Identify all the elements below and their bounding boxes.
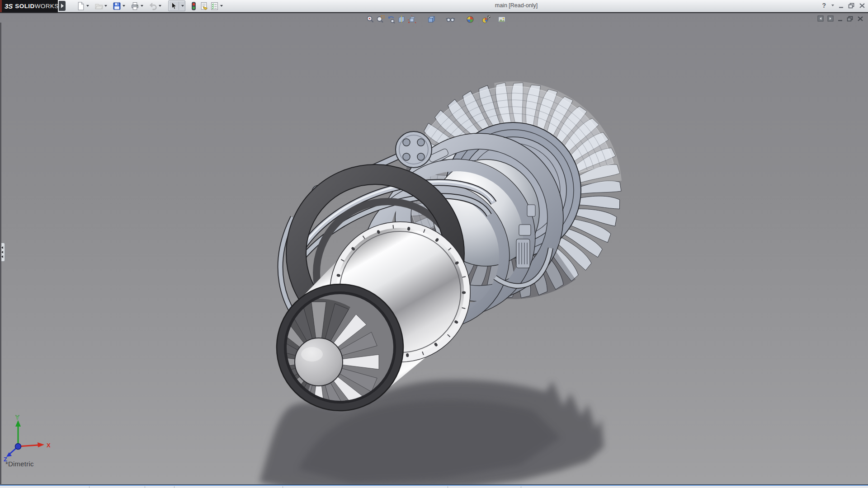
reference-triad: Y X Z xyxy=(3,414,57,461)
select-cursor-icon xyxy=(170,2,178,10)
left-arrow-icon xyxy=(1,251,3,253)
brand-bold: SOLID xyxy=(15,3,34,9)
status-strip-separator xyxy=(174,486,175,488)
document-close-button[interactable] xyxy=(857,16,863,22)
view-settings-icon xyxy=(497,15,506,24)
rebuild-traffic-light-icon xyxy=(189,2,198,10)
center-cap xyxy=(295,338,343,386)
previous-window-button[interactable] xyxy=(817,15,824,22)
window-left-border xyxy=(0,23,1,485)
save-icon xyxy=(113,2,121,10)
dropdown-caret[interactable] xyxy=(181,5,184,7)
document-restore-button[interactable] xyxy=(847,16,854,22)
save-button[interactable] xyxy=(112,1,126,11)
status-strip-separator xyxy=(283,486,283,488)
view-orientation-icon xyxy=(407,15,416,24)
triad-x-label: X xyxy=(47,442,51,449)
section-view-button[interactable] xyxy=(396,14,406,24)
document-minimize-button[interactable] xyxy=(837,16,843,22)
hide-show-items-button[interactable] xyxy=(446,14,455,24)
apply-scene-icon xyxy=(481,15,491,24)
new-document-button[interactable] xyxy=(76,1,90,11)
left-arrow-icon xyxy=(1,255,3,258)
view-settings-button[interactable] xyxy=(497,14,506,24)
dropdown-caret[interactable] xyxy=(220,5,223,7)
options-button[interactable] xyxy=(210,1,223,11)
document-window-controls xyxy=(817,15,863,22)
menu-flyout-button[interactable] xyxy=(59,1,66,11)
restore-button[interactable] xyxy=(848,3,855,9)
brand-light: WORKS xyxy=(35,3,59,9)
view-orientation-label: *Dimetric xyxy=(5,460,34,468)
minimize-button[interactable] xyxy=(838,3,844,9)
options-icon xyxy=(210,2,219,10)
model-jet-engine[interactable] xyxy=(0,13,868,485)
solidworks-window: 3S SOLID WORKS xyxy=(0,0,868,488)
mount-plate[interactable] xyxy=(396,131,432,168)
dropdown-caret[interactable] xyxy=(141,5,143,7)
appearance-ball-icon xyxy=(466,15,475,24)
zoom-to-area-icon xyxy=(376,15,385,24)
right-arrow-icon xyxy=(61,4,64,8)
status-strip-separator xyxy=(89,486,90,488)
casing-latch xyxy=(516,239,530,268)
print-icon xyxy=(131,2,139,10)
previous-view-button[interactable] xyxy=(386,14,396,24)
dropdown-caret[interactable] xyxy=(123,5,125,7)
solidworks-logo: 3S SOLID WORKS xyxy=(0,0,58,12)
app-window-controls: ? xyxy=(822,1,865,10)
heads-up-view-toolbar xyxy=(365,14,507,24)
next-window-button[interactable] xyxy=(827,15,834,22)
help-dropdown-caret[interactable] xyxy=(831,5,834,6)
display-style-button[interactable] xyxy=(426,14,436,24)
open-folder-icon xyxy=(94,2,103,10)
view-orientation-button[interactable] xyxy=(407,14,416,24)
dropdown-caret[interactable] xyxy=(104,5,107,7)
previous-view-icon xyxy=(387,15,396,24)
undo-icon xyxy=(149,2,157,10)
document-title: main [Read-only] xyxy=(480,2,552,9)
graphics-area[interactable]: Y X Z *Dimetric xyxy=(0,13,868,485)
status-strip-separator xyxy=(448,486,448,488)
eyeglasses-icon xyxy=(446,15,455,24)
dropdown-caret[interactable] xyxy=(86,5,89,7)
zoom-to-fit-icon xyxy=(366,15,375,24)
select-tool-active[interactable] xyxy=(168,0,185,11)
undo-button[interactable] xyxy=(148,1,162,11)
zoom-to-area-button[interactable] xyxy=(376,14,385,24)
file-properties-icon xyxy=(200,2,208,10)
print-button[interactable] xyxy=(130,1,144,11)
rebuild-button[interactable] xyxy=(189,1,198,11)
3ds-logo-glyph: 3S xyxy=(5,2,13,10)
status-strip-separator xyxy=(145,486,145,488)
close-button[interactable] xyxy=(859,3,865,9)
titlebar: 3S SOLID WORKS xyxy=(0,0,868,12)
section-view-icon xyxy=(397,15,406,24)
zoom-to-fit-button[interactable] xyxy=(365,14,375,24)
standard-toolbar xyxy=(76,0,224,11)
left-arrow-icon xyxy=(1,246,3,249)
triad-y-label: Y xyxy=(15,414,19,421)
apply-scene-button[interactable] xyxy=(481,14,491,24)
status-strip-separator xyxy=(521,486,521,488)
open-button[interactable] xyxy=(94,1,108,11)
file-properties-button[interactable] xyxy=(199,1,209,11)
help-button[interactable]: ? xyxy=(822,2,826,9)
new-document-icon xyxy=(76,2,85,10)
status-strip xyxy=(0,484,868,488)
display-style-icon xyxy=(427,15,436,24)
dropdown-caret[interactable] xyxy=(159,5,161,7)
edit-appearance-button[interactable] xyxy=(465,14,475,24)
divider xyxy=(179,2,179,10)
